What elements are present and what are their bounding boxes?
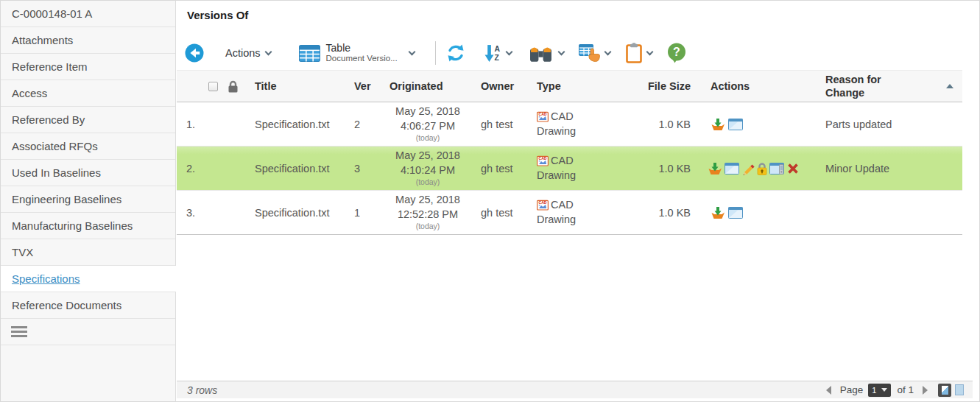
main-panel: Versions Of Actions (177, 1, 979, 401)
relative-date-text: (today) (376, 133, 479, 144)
select-all-checkbox[interactable] (208, 82, 218, 91)
lock-icon (228, 80, 239, 93)
specifications-link[interactable]: Specifications (12, 272, 80, 285)
page-view-icon[interactable] (955, 384, 964, 395)
view-native-icon[interactable] (769, 163, 784, 174)
type-cell: CAD Drawing (535, 110, 637, 138)
actions-label: Actions (225, 47, 261, 59)
sidebar-item-tvx[interactable]: TVX (1, 239, 175, 266)
table-row[interactable]: 3. Specification.txt 1 May 25, 2018 12:5… (177, 191, 962, 235)
page-of-label: of 1 (897, 384, 914, 395)
table-header-row: Title Ver Originated Owner Type File Siz… (177, 70, 962, 102)
row-number: 2. (177, 163, 208, 174)
sidebar-item-reference-documents[interactable]: Reference Documents (1, 292, 175, 319)
version-cell: 2 (350, 119, 376, 130)
time-text: 4:06:27 PM (376, 119, 479, 134)
header-originated[interactable]: Originated (376, 80, 479, 92)
header-type[interactable]: Type (535, 80, 637, 92)
download-icon[interactable] (711, 206, 725, 219)
originated-cell: May 25, 2018 4:06:27 PM (today) (376, 105, 479, 144)
edit-icon[interactable] (741, 162, 755, 175)
title-cell: Specification.txt (250, 163, 350, 174)
actions-dropdown[interactable]: Actions (225, 47, 271, 59)
time-text: 12:52:28 PM (376, 208, 479, 222)
sidebar-item-manufacturing-baselines[interactable]: Manufacturing Baselines (1, 213, 175, 239)
sidebar-item-used-in-baselines[interactable]: Used In Baselines (1, 160, 175, 186)
cad-file-icon (537, 199, 549, 211)
help-button[interactable]: ? (667, 43, 686, 63)
sidebar-item-referenced-by[interactable]: Referenced By (1, 107, 175, 133)
sort-dropdown[interactable]: A Z (484, 43, 512, 63)
refresh-button[interactable] (445, 43, 466, 63)
sidebar-item-reference-item[interactable]: Reference Item (1, 54, 175, 80)
header-owner[interactable]: Owner (479, 80, 535, 92)
select-columns-dropdown[interactable] (579, 43, 610, 63)
header-select-all[interactable] (208, 82, 228, 91)
row-actions (694, 206, 819, 219)
download-icon[interactable] (708, 162, 722, 175)
versions-table: Title Ver Originated Owner Type File Siz… (177, 70, 962, 235)
app-window: C-0000148-01 A Attachments Reference Ite… (0, 0, 980, 402)
originated-cell: May 25, 2018 4:10:24 PM (today) (376, 149, 479, 188)
chevron-down-icon (408, 48, 415, 55)
page-label: Page (840, 384, 864, 395)
help-icon: ? (667, 43, 686, 63)
sidebar-item-specifications[interactable]: Specifications (1, 266, 176, 292)
table-footer: 3 rows Page 1 of 1 (177, 381, 973, 398)
page-title: Versions Of (177, 1, 979, 21)
chevron-down-icon (264, 48, 272, 55)
lock-icon[interactable] (756, 162, 768, 175)
page-view-selected-icon[interactable] (938, 384, 951, 397)
view-file-icon[interactable] (725, 163, 739, 174)
sidebar-item-number[interactable]: C-0000148-01 A (1, 1, 175, 27)
version-cell: 3 (350, 163, 376, 174)
cad-file-icon (537, 110, 549, 122)
reason-cell: Minor Update (819, 163, 937, 174)
row-number: 3. (177, 207, 208, 219)
sidebar-more-button[interactable] (1, 319, 175, 345)
view-mode-dropdown[interactable]: Table Document Versio... (299, 42, 415, 63)
version-cell: 1 (350, 207, 376, 219)
previous-page-icon[interactable] (826, 386, 831, 395)
owner-cell: gh test (479, 207, 535, 219)
sidebar-item-attachments[interactable]: Attachments (1, 27, 175, 54)
search-dropdown[interactable] (529, 44, 564, 63)
header-reason[interactable]: Reason for Change (819, 73, 937, 99)
relative-date-text: (today) (376, 177, 479, 188)
svg-text:A: A (494, 44, 500, 52)
relative-date-text: (today) (376, 222, 479, 232)
view-file-icon[interactable] (728, 207, 743, 219)
next-page-icon[interactable] (923, 386, 928, 395)
header-lock[interactable] (228, 80, 250, 93)
header-title[interactable]: Title (250, 80, 350, 92)
caret-down-icon (881, 388, 887, 392)
file-size-cell: 1.0 KB (637, 163, 694, 174)
binoculars-icon (529, 44, 552, 63)
table-row-selected[interactable]: 2. Specification.txt 3 May 25, 2018 4:10… (177, 147, 962, 191)
page-select[interactable]: 1 (868, 384, 891, 397)
header-sort[interactable] (937, 84, 962, 88)
header-file-size[interactable]: File Size (637, 80, 694, 92)
originated-cell: May 25, 2018 12:52:28 PM (today) (376, 193, 479, 232)
sidebar-item-associated-rfqs[interactable]: Associated RFQs (1, 133, 175, 160)
view-sublabel: Document Versio... (326, 54, 398, 63)
pager: Page 1 of 1 (826, 384, 973, 397)
download-icon[interactable] (711, 118, 725, 131)
table-row[interactable]: 1. Specification.txt 2 May 25, 2018 4:06… (177, 102, 962, 147)
owner-cell: gh test (479, 163, 535, 174)
file-size-cell: 1.0 KB (637, 119, 694, 130)
chevron-down-icon (557, 48, 565, 55)
header-ver[interactable]: Ver (350, 80, 376, 92)
sidebar-item-access[interactable]: Access (1, 80, 175, 107)
toolbar-divider (435, 41, 436, 65)
clipboard-dropdown[interactable] (625, 43, 652, 63)
sidebar-item-engineering-baselines[interactable]: Engineering Baselines (1, 186, 175, 213)
chevron-down-icon (505, 48, 512, 55)
title-cell: Specification.txt (250, 207, 350, 219)
view-file-icon[interactable] (728, 119, 743, 130)
header-actions[interactable]: Actions (694, 80, 819, 92)
row-count: 3 rows (177, 384, 217, 396)
back-button[interactable] (185, 43, 204, 63)
reason-cell: Parts updated (819, 119, 937, 130)
delete-icon[interactable] (786, 162, 800, 175)
